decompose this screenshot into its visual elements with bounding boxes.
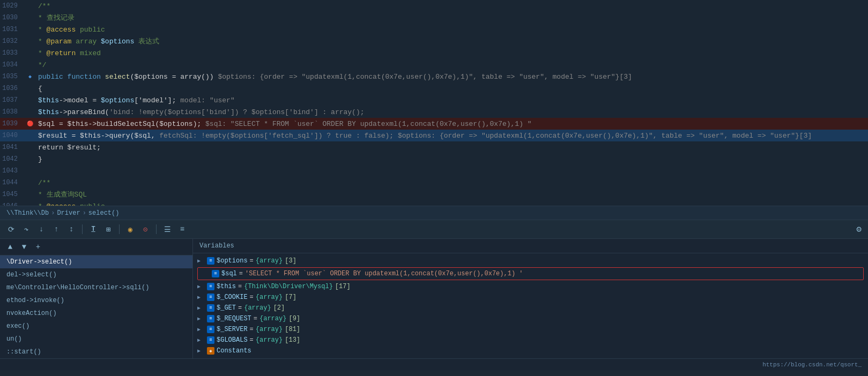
var-type: {array}	[256, 257, 283, 265]
debug-toolbar: ⟳ ↷ ↓ ↑ ↕ T ⊞ ◉ ⊝ ☰ ≡ ⚙	[0, 220, 868, 239]
stack-item[interactable]: nvokeAction()	[0, 307, 192, 320]
var-type: {array}	[259, 315, 286, 322]
code-line-1035: 1035◆ public function select($options = …	[0, 71, 868, 82]
var-count: [3]	[285, 257, 296, 265]
code-line-1040: 1040 $result = $this->query($sql, fetchS…	[0, 130, 868, 141]
var-item[interactable]: ▶≡$options = {array} [3]	[193, 255, 868, 266]
step-into-button[interactable]: ↓	[35, 223, 47, 235]
trace-button[interactable]: ◉	[124, 223, 136, 235]
code-content: 1029 /**1030 * 查找记录1031 * @access public…	[0, 0, 868, 206]
line-number: 1031	[0, 26, 24, 33]
debug-toolbar-wrapper: ⟳ ↷ ↓ ↑ ↕ T ⊞ ◉ ⊝ ☰ ≡ ⚙	[0, 220, 868, 239]
stack-down-button[interactable]: ▼	[18, 241, 30, 253]
stack-item[interactable]: ::start()	[0, 345, 192, 358]
code-line-1034: 1034 */	[0, 59, 868, 71]
stack-item[interactable]: me\Controller\HelloController->sqli()	[0, 281, 192, 294]
toolbar-sep-3	[156, 224, 157, 234]
more-button[interactable]: ≡	[176, 223, 188, 235]
breadcrumb-part-3: select()	[88, 209, 120, 217]
line-code: * @access public	[36, 202, 868, 206]
breadcrumb-part-1: \\Think\\Db	[6, 209, 49, 217]
code-line-1042: 1042 }	[0, 153, 868, 165]
breadcrumb-sep-2: ›	[83, 209, 86, 217]
stack-up-button[interactable]: ▲	[4, 241, 16, 253]
line-code: * 查找记录	[36, 13, 868, 22]
var-count: [9]	[288, 315, 300, 322]
var-type-icon: ≡	[207, 257, 214, 265]
code-line-1036: 1036 {	[0, 82, 868, 94]
var-type-icon: ◈	[207, 347, 214, 355]
var-eq: =	[238, 304, 242, 312]
var-item[interactable]: ▶≡$GLOBALS = {array} [13]	[193, 335, 868, 345]
var-item[interactable]: ▶≡$_GET = {array} [2]	[193, 303, 868, 313]
panel-title: Variables	[193, 239, 868, 253]
var-eq: =	[250, 336, 254, 344]
stack-item[interactable]: un()	[0, 333, 192, 345]
stack-item[interactable]: del->select()	[0, 268, 192, 281]
toolbar-sep-1	[82, 224, 83, 234]
code-line-1037: 1037 $this->model = $options['model']; m…	[0, 94, 868, 106]
line-number: 1042	[0, 155, 24, 163]
stack-item[interactable]: \Driver->select()	[0, 255, 192, 268]
code-line-1041: 1041 return $result;	[0, 141, 868, 153]
line-number: 1034	[0, 61, 24, 69]
var-type: {array}	[256, 294, 283, 301]
frames-button[interactable]: ☰	[161, 223, 173, 235]
var-expand-icon: ▶	[197, 294, 205, 300]
var-expand-icon: ▶	[197, 326, 205, 333]
var-expand-icon: ▶	[197, 348, 205, 354]
code-line-1043: 1043	[0, 165, 868, 177]
toolbar-sep-2	[119, 224, 120, 234]
line-code: */	[36, 61, 868, 69]
var-type-icon: ≡	[207, 326, 214, 333]
break-remove-button[interactable]: ⊝	[139, 223, 151, 235]
var-eq: =	[250, 326, 254, 333]
line-code: {	[36, 85, 868, 93]
var-name: $_REQUEST	[217, 315, 251, 322]
stack-add-button[interactable]: +	[32, 241, 44, 253]
line-code: return $result;	[36, 144, 868, 152]
line-number: 1043	[0, 167, 24, 175]
var-count: [13]	[285, 336, 300, 344]
rerun-button[interactable]: ⟳	[5, 223, 17, 235]
var-item-highlighted[interactable]: ≡$sql = 'SELECT * FROM `user` ORDER BY u…	[197, 267, 864, 280]
var-name: Constants	[217, 347, 251, 355]
evaluate-button[interactable]: T	[87, 223, 99, 235]
line-number: 1030	[0, 14, 24, 21]
code-line-1045: 1045 * 生成查询SQL	[0, 189, 868, 200]
var-name: $_COOKIE	[217, 294, 248, 301]
code-line-1044: 1044 /**	[0, 177, 868, 189]
var-item[interactable]: ▶≡$_SERVER = {array} [81]	[193, 324, 868, 335]
var-type: {array}	[244, 304, 271, 312]
var-count: [2]	[273, 304, 285, 312]
line-code: $this->parseBind('bind: !empty($options[…	[36, 108, 868, 116]
var-val: 'SELECT * FROM `user` ORDER BY updatexml…	[245, 270, 523, 277]
code-line-1039: 1039🔴 $sql = $this->buildSelectSql($opti…	[0, 118, 868, 130]
settings-icon[interactable]: ⚙	[856, 224, 862, 235]
line-code: public function select($options = array(…	[36, 73, 868, 81]
var-type: {array}	[256, 336, 283, 344]
step-over-button[interactable]: ↷	[20, 223, 32, 235]
variables-panel: Variables ▶≡$options = {array} [3]≡$sql …	[193, 239, 868, 358]
code-line-1031: 1031 * @access public	[0, 24, 868, 35]
stack-item[interactable]: exec()	[0, 320, 192, 333]
watches-button[interactable]: ⊞	[102, 223, 114, 235]
var-type-icon: ≡	[212, 270, 219, 277]
run-to-cursor-button[interactable]: ↕	[65, 223, 77, 235]
code-line-1033: 1033 * @return mixed	[0, 47, 868, 59]
var-eq: =	[239, 270, 243, 277]
line-code: * @access public	[36, 26, 868, 34]
var-count: [81]	[285, 326, 300, 333]
var-item[interactable]: ▶≡$_REQUEST = {array} [9]	[193, 313, 868, 324]
stack-item[interactable]: ethod->invoke()	[0, 294, 192, 307]
var-expand-icon: ▶	[197, 337, 205, 343]
var-item[interactable]: ▶◈Constants	[193, 345, 868, 356]
var-item[interactable]: ▶≡$this = {Think\Db\Driver\Mysql} [17]	[193, 281, 868, 292]
var-count: [7]	[285, 294, 296, 301]
line-code: /**	[36, 2, 868, 10]
step-out-button[interactable]: ↑	[50, 223, 62, 235]
debug-panel: ▲ ▼ + \Driver->select()del->select()me\C…	[0, 239, 868, 358]
code-line-1046: 1046 * @access public	[0, 200, 868, 206]
var-item[interactable]: ▶≡$_COOKIE = {array} [7]	[193, 292, 868, 303]
var-list[interactable]: ▶≡$options = {array} [3]≡$sql = 'SELECT …	[193, 253, 868, 358]
